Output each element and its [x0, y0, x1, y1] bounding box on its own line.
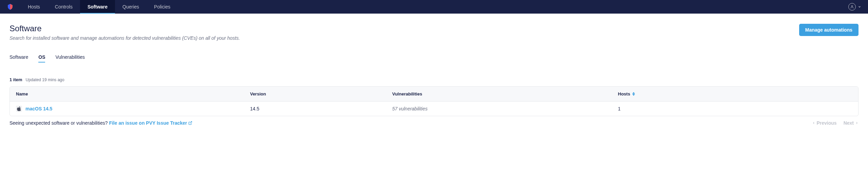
os-name-link[interactable]: macOS 14.5	[25, 106, 52, 111]
page-title: Software	[9, 24, 240, 33]
tab-os[interactable]: OS	[38, 54, 45, 62]
os-table: Name Version Vulnerabilities Hosts macOS…	[9, 86, 859, 116]
tab-software[interactable]: Software	[9, 54, 28, 62]
col-header-version[interactable]: Version	[250, 91, 392, 96]
nav-left: Hosts Controls Software Queries Policies	[7, 0, 178, 14]
table-row[interactable]: macOS 14.5 14.5 57 vulnerabilities 1	[10, 102, 858, 116]
nav-policies[interactable]: Policies	[147, 0, 178, 14]
svg-line-3	[190, 122, 192, 124]
cell-name: macOS 14.5	[16, 106, 250, 112]
svg-marker-2	[632, 94, 635, 96]
chevron-right-icon	[855, 121, 859, 125]
nav-software[interactable]: Software	[80, 0, 115, 14]
svg-marker-1	[632, 92, 635, 94]
page-header: Software Search for installed software a…	[9, 24, 859, 41]
top-navigation: Hosts Controls Software Queries Policies	[0, 0, 868, 14]
sort-icon	[632, 92, 635, 96]
cell-vulnerabilities: 57 vulnerabilities	[392, 106, 618, 111]
manage-automations-button[interactable]: Manage automations	[799, 24, 859, 36]
svg-point-0	[851, 5, 853, 7]
external-link-icon	[188, 121, 192, 125]
nav-hosts[interactable]: Hosts	[20, 0, 47, 14]
footer-row: Seeing unexpected software or vulnerabil…	[9, 120, 859, 126]
main-content: Software Search for installed software a…	[0, 14, 868, 136]
meta-row: 1 item Updated 19 mins ago	[9, 77, 859, 82]
hosts-label: Hosts	[618, 91, 630, 96]
nav-queries[interactable]: Queries	[115, 0, 147, 14]
prev-button[interactable]: Previous	[812, 120, 837, 126]
vulnerabilities-link[interactable]: 57 vulnerabilities	[392, 106, 427, 111]
next-button[interactable]: Next	[844, 120, 859, 126]
col-header-vulnerabilities[interactable]: Vulnerabilities	[392, 91, 618, 96]
updated-time: Updated 19 mins ago	[26, 77, 64, 82]
sub-tabs: Software OS Vulnerabilities	[9, 54, 859, 62]
header-text: Software Search for installed software a…	[9, 24, 240, 41]
file-issue-link[interactable]: File an issue on PVY Issue Tracker	[109, 120, 192, 126]
nav-items: Hosts Controls Software Queries Policies	[20, 0, 178, 14]
col-header-hosts[interactable]: Hosts	[618, 91, 852, 96]
footer-text: Seeing unexpected software or vulnerabil…	[9, 120, 109, 126]
page-subtitle: Search for installed software and manage…	[9, 35, 240, 41]
chevron-down-icon	[858, 5, 861, 8]
apple-icon	[16, 106, 22, 112]
tab-vulnerabilities[interactable]: Vulnerabilities	[55, 54, 85, 62]
footer-prompt: Seeing unexpected software or vulnerabil…	[9, 120, 192, 126]
nav-controls[interactable]: Controls	[47, 0, 80, 14]
avatar-icon	[848, 3, 856, 11]
chevron-left-icon	[812, 121, 815, 125]
next-label: Next	[844, 120, 854, 126]
item-count: 1 item	[9, 77, 22, 82]
cell-version: 14.5	[250, 106, 392, 111]
file-issue-label: File an issue on PVY Issue Tracker	[109, 120, 187, 126]
col-header-name[interactable]: Name	[16, 91, 250, 96]
prev-label: Previous	[817, 120, 837, 126]
logo[interactable]	[7, 3, 14, 10]
pagination: Previous Next	[812, 120, 859, 126]
user-menu[interactable]	[848, 3, 861, 11]
cell-hosts: 1	[618, 106, 852, 111]
table-header: Name Version Vulnerabilities Hosts	[10, 87, 858, 102]
